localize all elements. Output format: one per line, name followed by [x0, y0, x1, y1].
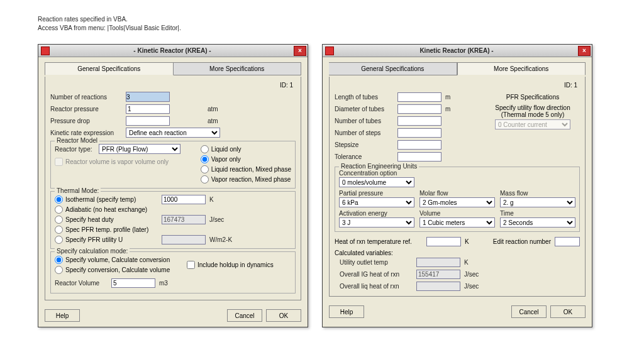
concentration-option-label: Concentration option [339, 170, 575, 177]
ig-heat-rxn-label: Overall IG heat of rxn [335, 271, 416, 278]
activation-energy-label: Activation energy [339, 210, 414, 217]
reactor-volume-input[interactable] [111, 278, 155, 288]
include-holdup-checkbox[interactable] [187, 261, 195, 269]
reactor-type-select[interactable]: PFR (Plug Flow) [99, 144, 180, 154]
isothermal-temp-input[interactable] [162, 195, 206, 204]
thermal-adiabatic-radio[interactable] [55, 206, 63, 214]
calc-mode-group: Specify calculation mode: Specify volume… [50, 251, 296, 293]
help-button[interactable]: Help [45, 309, 80, 322]
number-tubes-input[interactable] [397, 116, 441, 126]
time-unit-select[interactable]: 2 Seconds [500, 217, 575, 228]
isothermal-temp-unit: K [209, 196, 214, 203]
calc-mode-title: Specify calculation mode: [55, 248, 130, 255]
vapor-volume-label: Reactor volume is vapor volume only [65, 158, 169, 165]
length-tubes-input[interactable] [397, 92, 441, 102]
close-button[interactable]: × [578, 46, 591, 56]
number-steps-input[interactable] [397, 128, 441, 138]
ok-button[interactable]: OK [266, 309, 301, 322]
activation-energy-select[interactable]: 3 J [339, 217, 414, 228]
phase-liquid-mixed-radio[interactable] [201, 165, 209, 173]
thermal-profile-radio[interactable] [55, 226, 63, 234]
tolerance-input[interactable] [397, 152, 441, 162]
mass-flow-select[interactable]: 2. g [500, 197, 575, 207]
tab-more-specifications[interactable]: More Specifications [457, 62, 586, 75]
edit-reaction-number-input[interactable] [555, 237, 580, 246]
liq-heat-rxn-input [416, 282, 460, 291]
pressure-drop-unit: atm [208, 118, 218, 124]
thermal-mode-group: Thermal Mode: Isothermal (specify temp) … [50, 191, 296, 249]
pfr-flow-dir-select: 0 Counter current [495, 119, 570, 129]
molar-flow-select[interactable]: 2 Gm-moles [419, 197, 495, 207]
pfr-spec-title: PFR Specifications [486, 94, 580, 101]
reactor-volume-label: Reactor Volume [55, 280, 111, 287]
top-note-line1: Reaction rates specified in VBA. [38, 15, 606, 24]
volume-unit-select[interactable]: 1 Cubic meters [419, 217, 495, 228]
cancel-button[interactable]: Cancel [511, 305, 547, 318]
liq-heat-rxn-unit: J/sec [464, 283, 479, 290]
utility-outlet-temp-unit: K [464, 259, 469, 266]
help-button[interactable]: Help [329, 305, 364, 318]
liq-heat-rxn-label: Overall liq heat of rxn [335, 283, 416, 290]
cancel-button[interactable]: Cancel [227, 309, 262, 322]
heat-rxn-tempref-input[interactable] [426, 237, 461, 246]
phase-vapor-only-radio[interactable] [201, 155, 209, 163]
diameter-tubes-input[interactable] [397, 104, 441, 114]
ig-heat-rxn-unit: J/sec [464, 271, 479, 278]
mass-flow-label: Mass flow [500, 190, 575, 197]
kinetic-reactor-general-dialog: - Kinetic Reactor (KREA) - × General Spe… [38, 44, 308, 327]
calculated-variables-label: Calculated variables: [335, 250, 580, 256]
kinetic-reactor-more-dialog: Kinetic Reactor (KREA) - × General Speci… [322, 44, 592, 327]
phase-liquid-only-radio[interactable] [201, 145, 209, 153]
titlebar[interactable]: - Kinetic Reactor (KREA) - × [38, 45, 308, 57]
heat-duty-input [162, 215, 206, 224]
tab-general-specifications[interactable]: General Specifications [329, 62, 457, 75]
time-unit-label: Time [500, 210, 575, 217]
phase-vapor-only-label: Vapor only [211, 156, 241, 163]
concentration-option-select[interactable]: 0 moles/volume [339, 177, 414, 187]
close-button[interactable]: × [294, 46, 306, 56]
phase-liquid-mixed-label: Liquid reaction, Mixed phase [211, 166, 291, 173]
thermal-heat-duty-radio[interactable] [55, 216, 63, 224]
phase-liquid-only-label: Liquid only [211, 146, 242, 153]
kinetic-rate-select[interactable]: Define each reaction [126, 128, 220, 138]
number-of-reactions-label: Number of reactions [50, 94, 126, 101]
include-holdup-label: Include holdup in dynamics [197, 261, 274, 268]
pressure-drop-label: Pressure drop [50, 118, 126, 124]
thermal-mode-title: Thermal Mode: [55, 187, 101, 194]
calc-conversion-label: Specify conversion, Calculate volume [65, 266, 170, 273]
utility-outlet-temp-label: Utility outlet temp [335, 259, 416, 266]
tab-general-specifications[interactable]: General Specifications [45, 62, 174, 75]
pressure-drop-input[interactable] [126, 116, 170, 126]
phase-vapor-mixed-radio[interactable] [201, 175, 209, 184]
diameter-tubes-label: Diameter of tubes [335, 106, 397, 112]
titlebar[interactable]: Kinetic Reactor (KREA) - × [323, 45, 592, 57]
thermal-pfr-u-label: Specify PFR utility U [65, 236, 123, 243]
thermal-pfr-u-radio[interactable] [55, 236, 63, 244]
heat-rxn-tempref-unit: K [465, 238, 469, 245]
pfr-u-unit: W/m2-K [209, 236, 232, 243]
thermal-adiabatic-label: Adiabatic (no heat exchange) [65, 206, 147, 213]
partial-pressure-select[interactable]: 6 kPa [339, 197, 414, 207]
length-tubes-label: Length of tubes [335, 94, 397, 101]
calc-conversion-radio[interactable] [55, 266, 63, 274]
reactor-pressure-unit: atm [208, 106, 218, 112]
molar-flow-label: Molar flow [419, 190, 495, 197]
window-title: Kinetic Reactor (KREA) - [336, 47, 577, 54]
pfr-u-input [162, 235, 206, 244]
number-of-reactions-input[interactable] [126, 92, 170, 102]
calc-volume-radio[interactable] [55, 256, 63, 264]
diameter-tubes-unit: m [445, 106, 450, 112]
reactor-pressure-input[interactable] [126, 104, 170, 114]
pfr-flow-dir-label: Specify utility flow direction (Thermal … [486, 104, 580, 118]
top-note: Reaction rates specified in VBA. Access … [38, 15, 606, 33]
ok-button[interactable]: OK [550, 305, 586, 318]
kinetic-rate-label: Kinetic rate expression [50, 129, 126, 136]
top-note-line2: Access VBA from menu: |Tools|Visual Basi… [38, 24, 606, 33]
stepsize-input[interactable] [397, 140, 441, 150]
thermal-isothermal-radio[interactable] [55, 195, 63, 204]
vapor-volume-checkbox [55, 158, 63, 166]
length-tubes-unit: m [445, 94, 450, 101]
reactor-model-group: Reactor Model Reactor type: PFR (Plug Fl… [50, 141, 296, 189]
tab-more-specifications[interactable]: More Specifications [174, 62, 302, 75]
reaction-engineering-units-group: Reaction Engineering Units Concentration… [335, 167, 580, 232]
